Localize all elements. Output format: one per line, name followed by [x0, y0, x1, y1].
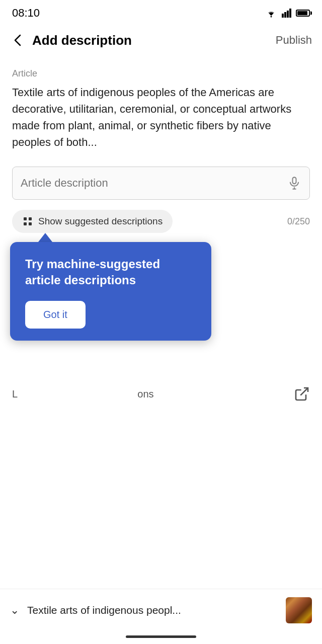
home-indicator	[126, 635, 196, 638]
tooltip-title: Try machine-suggested article descriptio…	[25, 256, 196, 289]
got-it-button[interactable]: Got it	[25, 301, 86, 329]
svg-rect-5	[293, 177, 296, 184]
mic-icon	[287, 176, 301, 190]
article-text: Textile arts of indigenous peoples of th…	[12, 84, 310, 150]
tooltip-arrow	[38, 233, 52, 242]
back-arrow-icon	[11, 33, 25, 47]
svg-rect-8	[24, 217, 27, 220]
svg-rect-11	[29, 222, 32, 225]
bottom-article-row[interactable]: ⌄ Textile arts of indigenous peopl...	[0, 589, 322, 631]
description-input-wrapper[interactable]	[12, 167, 310, 200]
page-title: Add description	[32, 33, 274, 48]
svg-rect-1	[282, 14, 284, 18]
svg-rect-10	[29, 217, 32, 220]
status-time: 08:10	[12, 7, 40, 20]
svg-rect-4	[289, 9, 291, 18]
link-text: L ons	[12, 388, 154, 400]
bottom-bar: ⌄ Textile arts of indigenous peopl...	[0, 589, 322, 644]
external-link-icon	[294, 386, 310, 402]
description-input[interactable]	[21, 177, 287, 190]
signal-icon	[282, 9, 292, 18]
svg-point-0	[271, 16, 272, 18]
bottom-article-title: Textile arts of indigenous peopl...	[27, 604, 278, 616]
svg-rect-2	[284, 12, 286, 18]
bottom-link-row: L ons	[0, 378, 322, 410]
suggestions-row: Show suggested descriptions 0/250 Try ma…	[0, 204, 322, 237]
bottom-thumbnail	[286, 597, 312, 623]
input-section	[0, 158, 322, 204]
suggest-btn-label: Show suggested descriptions	[38, 216, 163, 227]
char-count: 0/250	[287, 216, 310, 227]
wifi-icon	[265, 9, 278, 18]
publish-button[interactable]: Publish	[274, 30, 314, 51]
tooltip-box: Try machine-suggested article descriptio…	[10, 242, 211, 341]
tooltip-container: Try machine-suggested article descriptio…	[10, 233, 211, 341]
article-label: Article	[12, 68, 310, 79]
article-section: Article Textile arts of indigenous peopl…	[0, 56, 322, 158]
status-icons	[265, 9, 310, 18]
svg-rect-3	[287, 11, 289, 18]
show-suggested-button[interactable]: Show suggested descriptions	[12, 210, 173, 233]
top-bar: Add description Publish	[0, 24, 322, 56]
bottom-chevron-icon: ⌄	[10, 604, 19, 617]
battery-icon	[296, 10, 310, 17]
svg-line-12	[300, 388, 308, 395]
suggest-icon	[22, 216, 33, 227]
back-button[interactable]	[6, 28, 30, 52]
svg-rect-9	[24, 222, 27, 225]
status-bar: 08:10	[0, 0, 322, 24]
